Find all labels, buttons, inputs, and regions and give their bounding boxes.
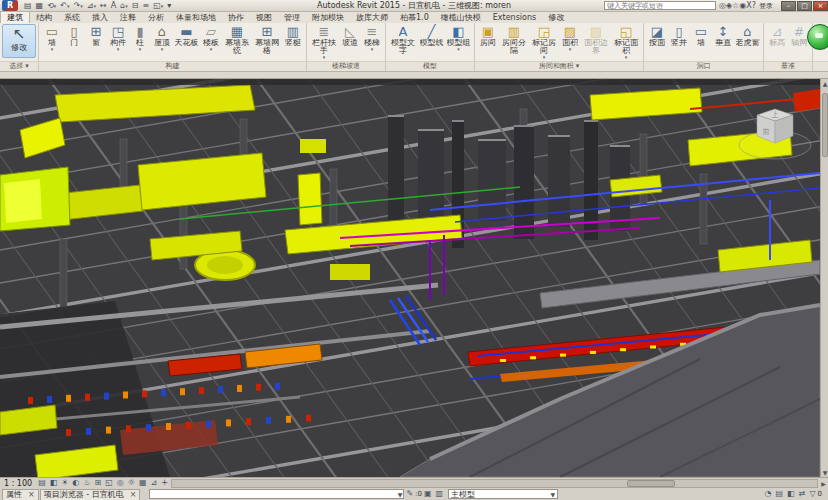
ribbon-tab-addins[interactable]: 附加模块 — [306, 12, 350, 23]
scroll-down-arrow[interactable]: ▼ — [821, 468, 828, 477]
editable-only-icon[interactable]: ▤ — [774, 489, 786, 499]
stair-button[interactable]: ≡楼梯▾ — [361, 24, 383, 52]
temporary-view-properties-icon[interactable]: ▦ — [137, 478, 149, 488]
minimize-button[interactable]: – — [781, 1, 796, 11]
thin-lines-icon[interactable]: ≡ — [140, 1, 151, 11]
measure-icon[interactable]: ⊿▾ — [85, 1, 98, 11]
ribbon-tab-modify[interactable]: 修改 — [542, 12, 570, 23]
window-button[interactable]: ⊞窗 — [85, 24, 107, 52]
detail-level-icon[interactable]: ▤ — [36, 478, 48, 488]
temporary-hide-isolate-icon[interactable]: ◎ — [115, 478, 126, 488]
dormer-button[interactable]: ⌂老虎窗 — [734, 24, 761, 52]
by-face-button[interactable]: ◪按面 — [646, 24, 668, 52]
room-button[interactable]: ▣房间 — [477, 24, 499, 52]
curtain-system-button[interactable]: ▦幕墙系统 — [222, 24, 252, 60]
door-button[interactable]: ▯门 — [63, 24, 85, 52]
wall-opening-button[interactable]: ▭墙 — [690, 24, 712, 52]
sun-path-icon[interactable]: ☀ — [59, 478, 70, 488]
ribbon-tab-bomu[interactable]: 柏慕1.0 — [394, 12, 435, 23]
component-button[interactable]: ◳构件▾ — [107, 24, 129, 52]
ribbon-tab-glodon-kuaimo[interactable]: 橄榄山快模 — [435, 12, 487, 23]
modify-button[interactable]: ↖修改 — [2, 24, 36, 58]
crop-region-icon[interactable]: ◱ — [103, 478, 115, 488]
ribbon-tab-collaborate[interactable]: 协作 — [222, 12, 250, 23]
redo-icon[interactable]: ↷▾ — [72, 1, 85, 11]
ribbon-tab-structure[interactable]: 结构 — [30, 12, 58, 23]
drawing-area[interactable]: 上 前 — [0, 79, 828, 477]
reveal-hidden-elements-icon[interactable]: ☼ — [126, 478, 137, 488]
filter-icon[interactable]: ▽ — [807, 489, 817, 499]
tag-room-button[interactable]: ◲标记房间▾ — [529, 24, 559, 60]
reveal-constraints-icon[interactable]: + — [159, 478, 170, 488]
undo-icon[interactable]: ↶▾ — [58, 1, 71, 11]
ramp-button[interactable]: ◺坡道 — [339, 24, 361, 52]
wall-button[interactable]: ▭墙▾ — [41, 24, 63, 52]
properties-panel-tab[interactable]: 属性× — [2, 489, 39, 500]
horizontal-scroll-thumb[interactable] — [627, 480, 675, 487]
qat-customize-icon[interactable]: ▾ — [165, 1, 173, 11]
vertical-scrollbar[interactable]: ▲ ▼ — [820, 79, 828, 477]
open-file-icon[interactable]: ▤ — [22, 1, 34, 11]
sync-with-central-icon[interactable]: ⟲▾ — [45, 1, 58, 11]
switch-windows-icon[interactable]: ◱▾ — [151, 1, 165, 11]
close-button[interactable]: × — [813, 1, 828, 11]
ribbon-tab-massing-site[interactable]: 体量和场地 — [170, 12, 222, 23]
model-line-button[interactable]: ╱模型线 — [418, 24, 445, 52]
ribbon-tab-systems[interactable]: 系统 — [58, 12, 86, 23]
area-button[interactable]: ▨面积▾ — [559, 24, 581, 52]
curtain-grid-button[interactable]: ⊞幕墙网格 — [252, 24, 282, 60]
close-icon[interactable]: × — [130, 490, 137, 499]
design-option-dropdown[interactable]: 主模型 ▼ — [448, 489, 558, 499]
panel-label-select[interactable]: 选择 ▾ — [0, 61, 38, 71]
column-button[interactable]: ▮柱▾ — [129, 24, 151, 52]
visual-style-icon[interactable]: ◧ — [48, 478, 60, 488]
aligned-dimension-icon[interactable]: ↔ — [98, 1, 109, 11]
search-icon[interactable]: ◎ — [719, 1, 726, 10]
ribbon-tab-view[interactable]: 视图 — [250, 12, 278, 23]
ribbon-tab-analyze[interactable]: 分析 — [142, 12, 170, 23]
railing-button[interactable]: ≣栏杆扶手▾ — [309, 24, 339, 60]
ribbon-tab-annotate[interactable]: 注释 — [114, 12, 142, 23]
model-text-button[interactable]: A模型文字 — [388, 24, 418, 60]
worksharing-display-icon[interactable]: ◔ — [763, 489, 774, 499]
floor-button[interactable]: ▱楼板▾ — [200, 24, 222, 52]
manage-links-icon[interactable]: ▣ — [422, 489, 434, 499]
scroll-right-arrow[interactable]: ▶ — [819, 479, 828, 488]
scale-button[interactable]: 1 : 100 — [0, 479, 36, 488]
horizontal-scrollbar[interactable] — [171, 479, 818, 488]
text-icon[interactable]: A — [109, 1, 118, 11]
ribbon-tab-manage[interactable]: 管理 — [278, 12, 306, 23]
ribbon-tab-insert[interactable]: 插入 — [86, 12, 114, 23]
press-drag-icon[interactable]: ⇄ — [797, 489, 808, 499]
shaft-button[interactable]: ▯竖井 — [668, 24, 690, 52]
assistant-plugin-button[interactable] — [807, 24, 828, 50]
signin-label[interactable]: 登录 — [759, 1, 773, 11]
design-options-icon[interactable]: ▥ — [433, 489, 445, 499]
crop-view-icon[interactable]: ⊞ — [93, 478, 104, 488]
ribbon-tab-architecture[interactable]: 建筑 — [0, 12, 30, 23]
panel-label-room-area[interactable]: 房间和面积 ▾ — [475, 61, 643, 71]
save-icon[interactable]: ▦ — [34, 1, 46, 11]
project-browser-panel-tab[interactable]: 项目浏览器 - 日宜机电× — [40, 489, 141, 500]
vertical-scroll-thumb[interactable] — [822, 93, 828, 157]
editing-requests-icon[interactable]: ✎ — [404, 489, 415, 499]
hide-analytical-model-icon[interactable]: ⊿ — [149, 478, 160, 488]
section-icon[interactable]: ⊟ — [130, 1, 141, 11]
room-separator-button[interactable]: ▥房间分隔 — [499, 24, 529, 60]
workset-dropdown[interactable]: ▼ — [149, 489, 404, 499]
help-icon[interactable]: ? — [752, 1, 756, 10]
tag-area-button[interactable]: ◱标记面积▾ — [611, 24, 641, 60]
revit-logo-icon[interactable]: R — [2, 0, 18, 11]
default-3d-view-icon[interactable]: ⌂▾ — [118, 1, 130, 11]
model-group-button[interactable]: ◧模型组▾ — [445, 24, 472, 52]
close-icon[interactable]: × — [28, 490, 35, 499]
maximize-button[interactable]: ▢ — [797, 1, 812, 11]
roof-button[interactable]: ⌂屋顶▾ — [151, 24, 173, 52]
ribbon-tab-extensions[interactable]: Extensions — [487, 12, 542, 23]
mullion-button[interactable]: ▥竖梃 — [282, 24, 304, 52]
help-search-input[interactable] — [604, 1, 716, 10]
rendering-dialog-icon[interactable]: ♨ — [81, 478, 92, 488]
exclude-options-icon[interactable]: ◧ — [785, 489, 797, 499]
shadows-icon[interactable]: ◐ — [70, 478, 81, 488]
ribbon-tab-family-master[interactable]: 族库大师 — [350, 12, 394, 23]
